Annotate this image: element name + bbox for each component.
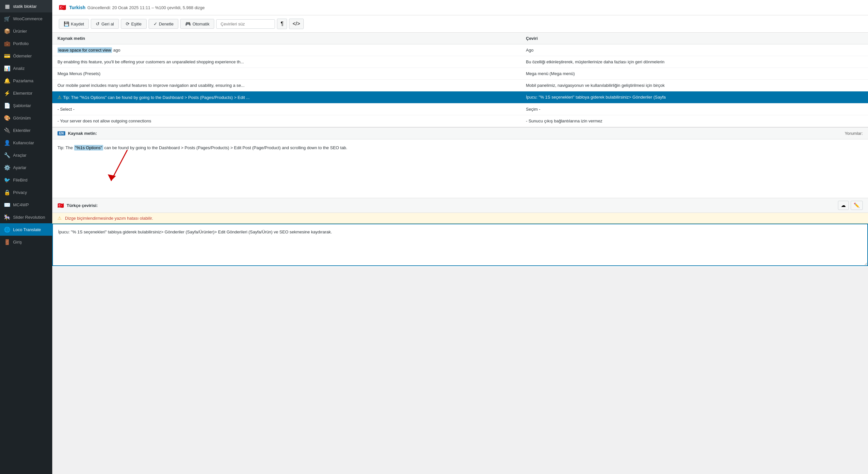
source-cell: ⚠Tip: The "%1s Options" can be found by … bbox=[52, 91, 521, 103]
source-cell: Mega Menus (Presets) bbox=[52, 68, 521, 80]
sidebar-icon-woocommerce: 🛒 bbox=[4, 15, 10, 22]
translation-table-wrapper: Kaynak metin Çeviri leave space for corr… bbox=[52, 33, 868, 127]
sidebar-label-araclar: Araçlar bbox=[13, 153, 27, 158]
source-cell: leave space for correct view ago bbox=[52, 44, 521, 56]
source-text-prefix: Tip: The bbox=[58, 145, 74, 150]
auto-icon: 🎮 bbox=[185, 21, 191, 26]
translation-textarea[interactable] bbox=[52, 224, 868, 266]
sidebar-label-privacy: Privacy bbox=[13, 190, 27, 195]
table-row[interactable]: ⚠Tip: The "%1s Options" can be found by … bbox=[52, 91, 868, 103]
toolbar: 💾 Kaydet ↺ Geri al ⟳ Eşitle ✓ Denetle 🎮 … bbox=[52, 15, 868, 33]
undo-icon: ↺ bbox=[96, 21, 100, 26]
source-highlight-cell: leave space for correct view bbox=[58, 48, 112, 53]
sidebar-label-giris: Giriş bbox=[13, 240, 22, 245]
cloud-button[interactable]: ☁ bbox=[838, 201, 849, 210]
sidebar-label-gorunum: Görünüm bbox=[13, 116, 31, 121]
source-label: Kaynak metin: bbox=[68, 131, 97, 136]
sidebar-label-analiz: Analiz bbox=[13, 66, 25, 71]
sidebar-icon-odemeler: 💳 bbox=[4, 53, 10, 59]
main-content: 🇹🇷 Turkish Güncellendi: 20 Ocak 2025 11:… bbox=[52, 0, 868, 474]
sidebar-item-pazarlama[interactable]: 🔔Pazarlama bbox=[0, 74, 52, 87]
sidebar-icon-slider-revolution: 🎠 bbox=[4, 214, 10, 220]
sidebar-icon-privacy: 🔒 bbox=[4, 189, 10, 195]
sidebar-icon-statik-bloklar: ▦ bbox=[4, 3, 10, 9]
sidebar-item-privacy[interactable]: 🔒Privacy bbox=[0, 186, 52, 198]
sidebar-item-giris[interactable]: 🚪Giriş bbox=[0, 236, 52, 248]
sidebar-label-urunler: Ürünler bbox=[13, 29, 27, 34]
table-row[interactable]: Our mobile panel includes many useful fe… bbox=[52, 80, 868, 91]
tr-actions: ☁ ✏️ bbox=[838, 201, 863, 210]
sync-button[interactable]: ⟳ Eşitle bbox=[121, 19, 147, 29]
sidebar-item-eklentiler[interactable]: 🔌Eklentiler bbox=[0, 124, 52, 136]
code-button[interactable]: </> bbox=[289, 19, 304, 29]
source-cell: - Select - bbox=[52, 103, 521, 115]
sidebar-item-analiz[interactable]: 📊Analiz bbox=[0, 62, 52, 74]
sidebar-item-odemeler[interactable]: 💳Ödemeler bbox=[0, 50, 52, 62]
sidebar-label-odemeler: Ödemeler bbox=[13, 54, 32, 58]
sidebar-label-portfolio: Portfolio bbox=[13, 41, 29, 46]
svg-marker-1 bbox=[108, 174, 116, 181]
sidebar-item-araclar[interactable]: 🔧Araçlar bbox=[0, 149, 52, 161]
sidebar-label-ayarlar: Ayarlar bbox=[13, 165, 27, 170]
translation-cell: - Sunucu çıkış bağlantılarına izin verme… bbox=[521, 115, 868, 127]
sidebar-label-slider-revolution: Slider Revolution bbox=[13, 215, 45, 220]
header-meta: Güncellendi: 20 Ocak 2025 11:11 – %100 ç… bbox=[88, 5, 205, 10]
sidebar-label-eklentiler: Eklentiler bbox=[13, 128, 30, 133]
source-cell: Our mobile panel includes many useful fe… bbox=[52, 80, 521, 91]
check-icon: ✓ bbox=[154, 21, 157, 26]
table-row[interactable]: Mega Menus (Presets) Mega menü (Mega men… bbox=[52, 68, 868, 80]
filter-input[interactable] bbox=[216, 19, 275, 29]
undo-button[interactable]: ↺ Geri al bbox=[91, 19, 119, 29]
sidebar-item-loco-translate[interactable]: 🌐Loco Translate bbox=[0, 223, 52, 236]
sidebar-icon-urunler: 📦 bbox=[4, 28, 10, 34]
sidebar-item-woocommerce[interactable]: 🛒WooCommerce bbox=[0, 12, 52, 25]
sidebar-item-filebird[interactable]: 🐦FileBird bbox=[0, 174, 52, 186]
sidebar-item-portfolio[interactable]: 💼Portfolio bbox=[0, 37, 52, 50]
edit-button[interactable]: ✏️ bbox=[851, 201, 863, 210]
sidebar-item-statik-bloklar[interactable]: ▦statik bloklar bbox=[0, 0, 52, 12]
sidebar-icon-eklentiler: 🔌 bbox=[4, 127, 10, 133]
sidebar-icon-portfolio: 💼 bbox=[4, 40, 10, 47]
auto-button[interactable]: 🎮 Otomatik bbox=[180, 19, 214, 29]
source-label-bar: EN Kaynak metin: Yorumlar: bbox=[52, 128, 868, 139]
table-row[interactable]: - Your server does not allow outgoing co… bbox=[52, 115, 868, 127]
check-button[interactable]: ✓ Denetle bbox=[149, 19, 179, 29]
source-cell: By enabling this feature, you'll be offe… bbox=[52, 56, 521, 68]
sidebar-item-mc4wp[interactable]: ✉️MC4WP bbox=[0, 198, 52, 211]
sidebar-icon-pazarlama: 🔔 bbox=[4, 77, 10, 84]
sidebar-item-elementor[interactable]: ⚡Elementor bbox=[0, 87, 52, 99]
col-source-header: Kaynak metin bbox=[52, 33, 521, 44]
warning-text: Dizge biçimlendirmesinde yazım hatası ol… bbox=[65, 216, 153, 221]
warning-bar: ⚠ Dizge biçimlendirmesinde yazım hatası … bbox=[52, 213, 868, 224]
translation-cell: Ago bbox=[521, 44, 868, 56]
translation-cell: Seçim - bbox=[521, 103, 868, 115]
sidebar-label-pazarlama: Pazarlama bbox=[13, 78, 33, 83]
sidebar-icon-filebird: 🐦 bbox=[4, 177, 10, 183]
sidebar-label-sablonlar: Şablonlar bbox=[13, 103, 31, 108]
sidebar-label-elementor: Elementor bbox=[13, 91, 32, 96]
translation-cell: Mega menü (Mega menü) bbox=[521, 68, 868, 80]
sidebar-item-sablonlar[interactable]: 📄Şablonlar bbox=[0, 99, 52, 112]
warning-icon: ⚠ bbox=[58, 95, 62, 100]
sidebar-item-urunler[interactable]: 📦Ürünler bbox=[0, 25, 52, 37]
tr-label: Türkçe çevirisi: bbox=[67, 203, 98, 208]
sidebar-label-filebird: FileBird bbox=[13, 178, 27, 183]
translation-cell: Bu özelliği etkinleştirerek, müşterileri… bbox=[521, 56, 868, 68]
save-button[interactable]: 💾 Kaydet bbox=[59, 19, 89, 29]
sidebar-icon-gorunum: 🎨 bbox=[4, 115, 10, 121]
sidebar-item-ayarlar[interactable]: ⚙️Ayarlar bbox=[0, 161, 52, 174]
sidebar-icon-ayarlar: ⚙️ bbox=[4, 164, 10, 171]
translation-table: Kaynak metin Çeviri leave space for corr… bbox=[52, 33, 868, 127]
sidebar-label-woocommerce: WooCommerce bbox=[13, 16, 42, 21]
sidebar-item-gorunum[interactable]: 🎨Görünüm bbox=[0, 112, 52, 124]
sidebar-icon-sablonlar: 📄 bbox=[4, 102, 10, 109]
table-row[interactable]: - Select - Seçim - bbox=[52, 103, 868, 115]
header-bar: 🇹🇷 Turkish Güncellendi: 20 Ocak 2025 11:… bbox=[52, 0, 868, 15]
paragraph-button[interactable]: ¶ bbox=[277, 19, 287, 29]
table-row[interactable]: leave space for correct view ago Ago bbox=[52, 44, 868, 56]
source-text-area: Tip: The "%1s Options" can be found by g… bbox=[52, 139, 868, 198]
tr-flag: 🇹🇷 bbox=[58, 202, 64, 209]
table-row[interactable]: By enabling this feature, you'll be offe… bbox=[52, 56, 868, 68]
sidebar-item-slider-revolution[interactable]: 🎠Slider Revolution bbox=[0, 211, 52, 223]
sidebar-item-kullanicilar[interactable]: 👤Kullanıcılar bbox=[0, 136, 52, 149]
